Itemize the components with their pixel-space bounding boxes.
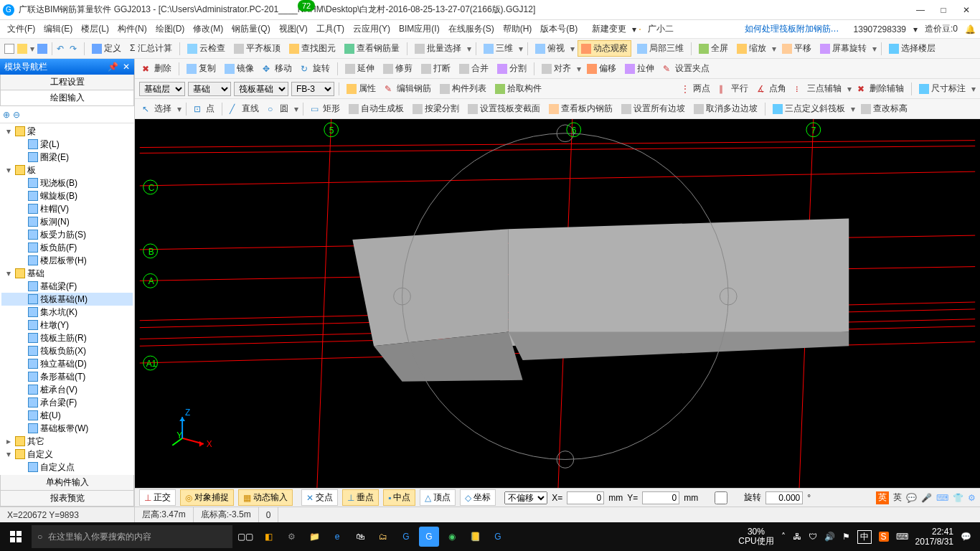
perp-toggle[interactable]: ⊥垂点 — [342, 489, 379, 506]
type-combo[interactable]: 筏板基础 — [234, 82, 288, 96]
tree-node-23[interactable]: 基础板带(W) — [1, 422, 133, 435]
parallel-button[interactable]: ∥平行 — [716, 81, 751, 96]
taskbar-search[interactable]: ○ 在这里输入你要搜索的内容 — [32, 525, 232, 548]
tab-project-settings[interactable]: 工程设置 — [0, 75, 134, 90]
tree-node-13[interactable]: 筏板基础(M) — [1, 293, 133, 306]
tab-report-preview[interactable]: 报表预览 — [0, 491, 134, 507]
menu-bim[interactable]: BIM应用(I) — [396, 22, 443, 37]
user-short[interactable]: 广小二 — [644, 23, 678, 35]
three-axis-button[interactable]: ⫶三点辅轴 — [792, 81, 844, 96]
tray-keyboard-icon[interactable]: ⌨ — [896, 532, 908, 542]
3d-viewport[interactable]: 5 6 7 C B A A1 X Y Z — [135, 119, 980, 488]
maximize-button[interactable]: □ — [938, 5, 948, 15]
rotate-button[interactable]: ↻旋转 — [298, 61, 333, 76]
circle-button[interactable]: ○圆 — [265, 101, 291, 116]
tree-node-1[interactable]: 梁(L) — [1, 138, 133, 151]
tab-single-input[interactable]: 单构件输入 — [0, 475, 134, 491]
rect-button[interactable]: ▭矩形 — [308, 101, 343, 116]
redo-icon[interactable]: ↷ — [70, 44, 80, 54]
layer-combo[interactable]: 基础层 — [139, 82, 185, 96]
y-input[interactable] — [642, 491, 679, 504]
tree-node-10[interactable]: 楼层板带(H) — [1, 254, 133, 267]
open-icon[interactable] — [17, 44, 27, 54]
tb-app-1[interactable]: ◧ — [258, 527, 278, 547]
stretch-button[interactable]: 拉伸 — [622, 61, 657, 76]
tree-node-24[interactable]: ▸其它 — [1, 435, 133, 448]
fullscreen-button[interactable]: 全屏 — [696, 41, 731, 56]
three-point-raft-button[interactable]: 三点定义斜筏板 — [770, 101, 848, 116]
check-elev-button[interactable]: 查改标高 — [858, 101, 910, 116]
view-inner-button[interactable]: 查看板内钢筋 — [546, 101, 616, 116]
navigation-tree[interactable]: ▾梁梁(L)圈梁(E)▾板现浇板(B)螺旋板(B)柱帽(V)板洞(N)板受力筋(… — [0, 123, 134, 475]
component-list-button[interactable]: 构件列表 — [437, 81, 489, 96]
rotate-checkbox[interactable] — [702, 491, 740, 504]
undo-icon[interactable]: ↶ — [57, 44, 67, 54]
view-rebar-button[interactable]: 查看钢筋量 — [341, 41, 402, 56]
sit-toggle[interactable]: ◇坐标 — [460, 489, 496, 506]
x-input[interactable] — [567, 491, 604, 504]
menu-edit[interactable]: 编辑(E) — [41, 22, 75, 37]
save-icon[interactable] — [37, 44, 47, 54]
tree-node-6[interactable]: 柱帽(V) — [1, 202, 133, 215]
flat-slab-button[interactable]: 平齐板顶 — [231, 41, 283, 56]
tray-clock[interactable]: 22:41 2017/8/31 — [915, 527, 953, 547]
tray-flag-icon[interactable]: ⚑ — [842, 532, 850, 542]
tree-node-0[interactable]: ▾梁 — [1, 125, 133, 138]
tree-node-16[interactable]: 筏板主筋(R) — [1, 331, 133, 344]
tray-ime[interactable]: 中 — [857, 530, 872, 544]
set-slope-button[interactable]: 设置所有边坡 — [618, 101, 688, 116]
select-floor-button[interactable]: 选择楼层 — [886, 41, 938, 56]
menu-help[interactable]: 帮助(H) — [500, 22, 535, 37]
panel-close-icon[interactable]: ✕ — [123, 62, 130, 72]
minimize-button[interactable]: — — [915, 5, 925, 15]
help-link[interactable]: 如何处理筏板附加钢筋… — [740, 23, 844, 35]
tb-app-g1[interactable]: G — [396, 527, 416, 547]
copy-button[interactable]: 复制 — [184, 61, 219, 76]
tree-node-9[interactable]: 板负筋(F) — [1, 241, 133, 254]
cross-toggle[interactable]: ✕交点 — [301, 489, 338, 506]
zoom-button[interactable]: 缩放 — [734, 41, 769, 56]
split-button[interactable]: 分割 — [494, 61, 529, 76]
category-combo[interactable]: 基础 — [188, 82, 231, 96]
taskview-icon[interactable]: ▢▢ — [235, 527, 255, 547]
tree-node-14[interactable]: 集水坑(K) — [1, 306, 133, 319]
merge-button[interactable]: 合并 — [456, 61, 491, 76]
dynamic-view-button[interactable]: 动态观察 — [578, 40, 631, 57]
trim-button[interactable]: 修剪 — [380, 61, 415, 76]
menu-online[interactable]: 在线服务(S) — [446, 22, 497, 37]
tree-node-4[interactable]: 现浇板(B) — [1, 176, 133, 189]
tb-app-4[interactable]: ◉ — [442, 527, 462, 547]
tab-draw-input[interactable]: 绘图输入 — [0, 90, 134, 106]
select-button[interactable]: ↖选择 — [139, 101, 174, 116]
tree-node-3[interactable]: ▾板 — [1, 164, 133, 176]
extend-button[interactable]: 延伸 — [342, 61, 377, 76]
menu-draw[interactable]: 绘图(D) — [153, 22, 188, 37]
tree-node-18[interactable]: 独立基础(D) — [1, 357, 133, 370]
tb-explorer[interactable]: 🗂 — [373, 527, 393, 547]
menu-view[interactable]: 视图(V) — [276, 22, 311, 37]
tree-node-17[interactable]: 筏板负筋(X) — [1, 344, 133, 357]
delete-axis-button[interactable]: ✖删除辅轴 — [854, 81, 907, 96]
delete-button[interactable]: ✖删除 — [139, 61, 174, 76]
tree-node-21[interactable]: 承台梁(F) — [1, 396, 133, 409]
view3d-button[interactable]: 三维 — [481, 41, 516, 56]
tb-app-5[interactable]: 📒 — [465, 527, 485, 547]
auto-slab-button[interactable]: 自动生成板 — [346, 101, 407, 116]
front-view-button[interactable]: 俯视 — [532, 41, 567, 56]
tree-node-26[interactable]: 自定义点 — [1, 461, 133, 474]
find-button[interactable]: 查找图元 — [286, 41, 339, 56]
align-button[interactable]: 对齐 — [539, 61, 574, 76]
tray-network-icon[interactable]: 🖧 — [793, 532, 801, 542]
menu-floor[interactable]: 楼层(L) — [78, 22, 112, 37]
ortho-toggle[interactable]: ⊥正交 — [139, 489, 176, 506]
tray-up-icon[interactable]: ˄ — [781, 532, 786, 542]
menu-rebar[interactable]: 钢筋量(Q) — [229, 22, 273, 37]
property-button[interactable]: 属性 — [344, 81, 379, 96]
phone-number[interactable]: 13907298339 — [849, 24, 910, 34]
offset-button[interactable]: 偏移 — [584, 61, 619, 76]
tree-node-25[interactable]: ▾自定义 — [1, 448, 133, 461]
tree-node-12[interactable]: 基础梁(F) — [1, 280, 133, 293]
tray-guard-icon[interactable]: 🛡 — [809, 532, 817, 542]
menu-file[interactable]: 文件(F) — [4, 22, 38, 37]
grip-button[interactable]: ✎设置夹点 — [660, 61, 712, 76]
